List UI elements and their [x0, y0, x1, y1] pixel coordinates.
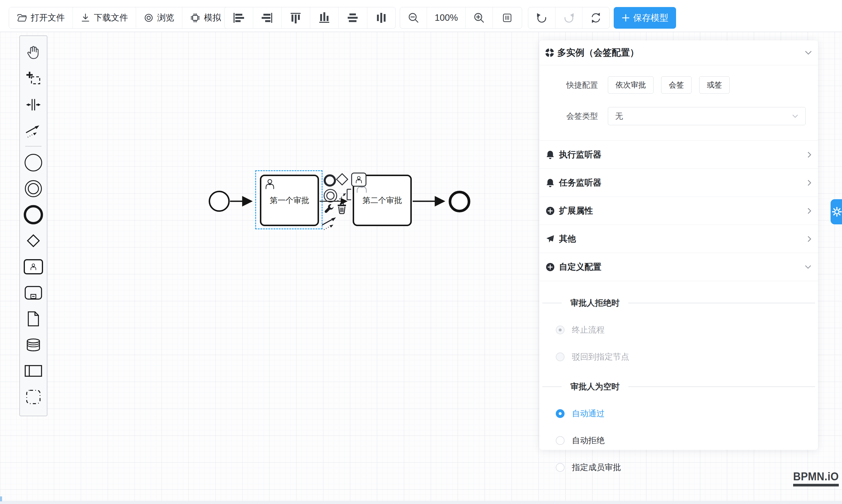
properties-panel: 多实例（会签配置） 快捷配置 依次审批 会签 或签 会签类型 无	[539, 40, 818, 450]
create-start-event[interactable]	[20, 149, 47, 176]
hand-icon	[26, 45, 41, 60]
sign-type-row: 会签类型 无	[539, 107, 818, 125]
folder-icon	[17, 13, 27, 22]
section-execution-listener[interactable]: 执行监听器	[539, 141, 818, 169]
append-user-task-button[interactable]	[351, 173, 366, 187]
redo-button[interactable]	[556, 7, 583, 29]
distribute-vertical-button[interactable]	[367, 7, 396, 29]
section-label: 自定义配置	[559, 261, 601, 273]
connect-tool-button[interactable]	[321, 215, 338, 231]
gateway-icon	[336, 173, 348, 185]
radio-auto-reject[interactable]: 自动拒绝	[556, 435, 818, 446]
create-intermediate-event[interactable]	[20, 176, 47, 201]
section-other[interactable]: 其他	[539, 225, 818, 253]
distribute-horizontal-button[interactable]	[339, 7, 367, 29]
palette	[19, 35, 48, 416]
create-group[interactable]	[20, 384, 47, 410]
quick-option-orsign[interactable]: 或签	[699, 76, 730, 94]
align-bottom-button[interactable]	[310, 7, 339, 29]
lasso-icon	[26, 71, 41, 86]
radio-assign-member[interactable]: 指定成员审批	[556, 462, 818, 473]
save-model-button[interactable]: 保存模型	[614, 7, 676, 29]
gateway-icon	[25, 233, 41, 249]
connect-arrows-icon	[321, 215, 338, 231]
empty-divider-title: 审批人为空时	[571, 381, 619, 392]
create-end-event[interactable]	[20, 201, 47, 228]
end-event-icon	[324, 174, 336, 187]
hand-tool[interactable]	[20, 39, 47, 66]
quick-option-countersign[interactable]: 会签	[661, 76, 691, 94]
simulate-button[interactable]: 模拟	[182, 7, 229, 29]
open-file-button[interactable]: 打开文件	[9, 7, 73, 29]
delete-button[interactable]	[337, 202, 347, 214]
start-event-icon	[24, 154, 42, 172]
panel-sections: 执行监听器 任务监听器 扩展属性	[539, 140, 818, 281]
create-participant[interactable]	[20, 358, 47, 384]
document-icon	[27, 311, 40, 326]
trash-icon	[337, 202, 347, 214]
end-event[interactable]	[449, 191, 470, 212]
align-left-icon	[232, 12, 245, 24]
quick-option-sequential[interactable]: 依次审批	[608, 76, 653, 94]
section-custom-config[interactable]: 自定义配置	[539, 253, 818, 281]
radio-button[interactable]	[556, 409, 564, 418]
radio-button[interactable]	[556, 463, 564, 472]
lasso-tool[interactable]	[20, 66, 47, 92]
radio-terminate-process[interactable]: 终止流程	[556, 324, 818, 336]
append-gateway-button[interactable]	[338, 175, 347, 184]
refresh-button[interactable]	[582, 7, 609, 29]
create-data-object[interactable]	[20, 306, 47, 332]
quick-config-row: 快捷配置 依次审批 会签 或签	[539, 76, 818, 94]
change-type-button[interactable]	[324, 203, 335, 214]
align-bottom-icon	[318, 12, 331, 24]
append-end-event-button[interactable]	[324, 174, 336, 187]
create-user-task[interactable]	[20, 254, 47, 280]
align-button-group	[224, 7, 396, 29]
section-task-listener[interactable]: 任务监听器	[539, 169, 818, 197]
align-top-button[interactable]	[282, 7, 310, 29]
plus-circle-icon	[546, 263, 555, 271]
zoom-level[interactable]: 100%	[427, 7, 466, 29]
align-right-button[interactable]	[253, 7, 282, 29]
download-file-button[interactable]: 下载文件	[73, 7, 136, 29]
radio-button[interactable]	[556, 353, 564, 361]
zoom-in-button[interactable]	[466, 7, 493, 29]
create-subprocess[interactable]	[20, 280, 47, 306]
chevron-right-icon	[807, 179, 811, 186]
palette-separator	[25, 146, 41, 147]
radio-button[interactable]	[556, 436, 564, 445]
append-text-annotation-button[interactable]	[336, 186, 353, 203]
distribute-vertical-icon	[375, 12, 388, 24]
task-label: 第二个审批	[363, 195, 402, 205]
sign-type-value: 无	[615, 111, 623, 121]
radio-button[interactable]	[556, 326, 564, 334]
space-tool[interactable]	[20, 92, 47, 118]
multi-instance-header[interactable]: 多实例（会签配置）	[539, 40, 818, 65]
pool-icon	[24, 365, 42, 377]
user-task-1[interactable]: 第一个审批	[260, 175, 319, 226]
undo-button[interactable]	[528, 7, 556, 29]
intermediate-event-icon	[324, 189, 337, 202]
create-data-store[interactable]	[20, 332, 47, 358]
append-intermediate-event-button[interactable]	[324, 189, 337, 202]
radio-auto-pass[interactable]: 自动通过	[556, 408, 818, 419]
simulate-label: 模拟	[204, 12, 221, 24]
sign-type-select[interactable]: 无	[608, 107, 806, 125]
fit-viewport-button[interactable]	[493, 7, 522, 29]
radio-return-to-node[interactable]: 驳回到指定节点	[556, 351, 818, 362]
chevron-right-icon	[807, 208, 811, 214]
zoom-out-button[interactable]	[400, 7, 427, 29]
preview-button[interactable]: 浏览	[136, 7, 182, 29]
reject-divider: 审批人拒绝时	[542, 298, 815, 309]
settings-tab[interactable]	[830, 199, 842, 224]
zoom-button-group: 100%	[400, 7, 522, 29]
bell-icon	[546, 178, 555, 187]
global-connect-tool[interactable]	[20, 118, 47, 144]
create-gateway[interactable]	[20, 228, 47, 254]
space-tool-icon	[26, 97, 41, 112]
preview-label: 浏览	[157, 12, 174, 24]
end-event-icon	[24, 205, 43, 224]
section-extended-properties[interactable]: 扩展属性	[539, 197, 818, 225]
start-event[interactable]	[209, 191, 230, 212]
align-left-button[interactable]	[225, 7, 253, 29]
